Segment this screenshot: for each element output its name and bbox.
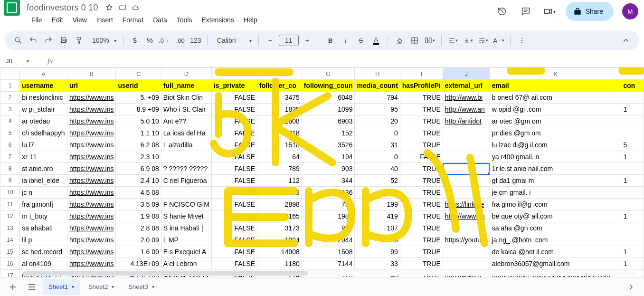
cell-F9[interactable]: 112 [257,175,302,187]
cell-E15[interactable]: FALSE [211,246,257,258]
cell-L14[interactable] [621,234,644,246]
name-box[interactable]: J8▾ [0,57,43,65]
cell-L3[interactable]: 1 [621,104,644,115]
col-D[interactable]: D [161,68,211,80]
cell-I10[interactable]: TRUE [400,187,443,199]
cell-E14[interactable]: FALSE [211,234,257,246]
cell-D8[interactable]: ? ????? ????? [161,163,211,175]
cell-B9[interactable]: https://www.ins [67,175,116,187]
row-header-11[interactable]: 11 [0,199,20,210]
row-header-14[interactable]: 14 [0,234,20,246]
cell-A3[interactable]: w pi_stclair [20,104,67,115]
font-size-input[interactable]: 11 [279,35,299,46]
cell-F6[interactable]: 1518 [257,139,302,151]
row-header-10[interactable]: 10 [0,187,20,199]
menu-help[interactable]: Help [239,14,262,27]
col-G[interactable]: G [302,68,355,80]
cell-L6[interactable]: 5 [621,139,644,151]
col-H[interactable]: H [355,68,400,80]
percent-button[interactable]: % [143,34,157,47]
cell-C14[interactable]: 2.0 09 [116,234,161,246]
cell-F3[interactable]: 1825 [257,104,302,115]
cell-G10[interactable]: 3436 [302,187,355,199]
cell-L16[interactable]: 1 [621,258,644,270]
cell-G8[interactable]: 903 [302,163,355,175]
cell-B13[interactable]: https://www.ins [67,222,116,234]
cell-I3[interactable]: TRUE [400,104,443,115]
menu-view[interactable]: View [68,14,92,27]
cell-D12[interactable]: S hanie Mivet [161,210,211,222]
cell-B2[interactable]: https://www.ins [67,92,116,104]
cell-B11[interactable]: https://www.ins [67,199,116,210]
cell-D13[interactable]: S ina Habati | [161,222,211,234]
decrease-decimal-icon[interactable]: .0 ← [159,34,172,47]
cell-A5[interactable]: ch sdelhappyh [20,127,67,139]
cell-G5[interactable]: 152 [302,127,355,139]
row-header-8[interactable]: 8 [0,163,20,175]
menu-tools[interactable]: Tools [172,14,197,27]
cell-E13[interactable]: FALSE [211,222,257,234]
cell-K7[interactable]: ya r400 gmail. n [490,151,621,163]
cell-G7[interactable]: 194 [302,151,355,163]
cell-F14[interactable]: 1094 [257,234,302,246]
cell-C4[interactable]: 5.0 10 [116,115,161,127]
cell-A2[interactable]: bi neskinclinic [20,92,67,104]
cell-G3[interactable]: 1099 [302,104,355,115]
col-L[interactable] [621,68,644,80]
cell-I16[interactable]: TRUE [400,258,443,270]
cell-H1[interactable]: media_count [355,80,400,92]
cell-D16[interactable]: A el Lebron [161,258,211,270]
menu-edit[interactable]: Edit [47,14,68,27]
cell-H2[interactable]: 794 [355,92,400,104]
number-format-button[interactable]: 123 [189,34,202,47]
cell-F4[interactable]: 1808 [257,115,302,127]
borders-button[interactable] [408,34,421,47]
col-C[interactable]: C [116,68,161,80]
cell-H4[interactable]: 20 [355,115,400,127]
cell-B3[interactable]: https://www.ins [67,104,116,115]
star-icon[interactable] [105,3,114,12]
font-size-decrease[interactable]: − [264,34,277,47]
cell-L9[interactable]: 1 [621,175,644,187]
cell-L4[interactable] [621,115,644,127]
cell-I2[interactable]: TRUE [400,92,443,104]
cell-H6[interactable]: 31 [355,139,400,151]
cell-J16[interactable] [443,258,490,270]
cell-C6[interactable]: 6.2 08 [116,139,161,151]
cell-L11[interactable] [621,199,644,210]
undo-icon[interactable] [27,34,40,47]
cell-A12[interactable]: m t_boty [20,210,67,222]
cell-K11[interactable]: fra gimo il@g .com [490,199,621,210]
cell-G1[interactable]: following_coun [302,80,355,92]
cell-G16[interactable]: 7144 [302,258,355,270]
cell-I1[interactable]: hasProfilePi [400,80,443,92]
cell-H13[interactable]: 107 [355,222,400,234]
cell-B5[interactable]: https://www.ins [67,127,116,139]
cell-D5[interactable]: La icas del Ha [161,127,211,139]
cell-I7[interactable]: FALSE [400,151,443,163]
increase-decimal-icon[interactable]: .00 [174,34,187,47]
print-icon[interactable] [57,34,70,47]
col-A[interactable]: A [20,68,67,80]
cell-J3[interactable]: http://www.an [443,104,490,115]
cell-A14[interactable]: lil p [20,234,67,246]
cell-C8[interactable]: 6.9 08 [116,163,161,175]
cell-G13[interactable]: 995 [302,222,355,234]
cell-I14[interactable]: TRUE [400,234,443,246]
cell-L15[interactable]: 1 [621,246,644,258]
row-header-1[interactable]: 1 [0,80,20,92]
cell-J1[interactable]: external_url [443,80,490,92]
collapse-toolbar-icon[interactable] [619,34,633,47]
cell-E2[interactable]: FALSE [211,92,257,104]
cell-C1[interactable]: userid [116,80,161,92]
cell-J12[interactable]: http://www.qu [443,210,490,222]
cell-K1[interactable]: email [490,80,621,92]
cell-E11[interactable]: FALSE [211,199,257,210]
cell-D14[interactable]: L MP [161,234,211,246]
cell-J15[interactable] [443,246,490,258]
cell-H11[interactable]: 199 [355,199,400,210]
document-title[interactable]: foodinvestors 0 10 [27,3,98,13]
redo-icon[interactable] [42,34,55,47]
cell-A11[interactable]: fra gimonfj [20,199,67,210]
row-header-15[interactable]: 15 [0,246,20,258]
